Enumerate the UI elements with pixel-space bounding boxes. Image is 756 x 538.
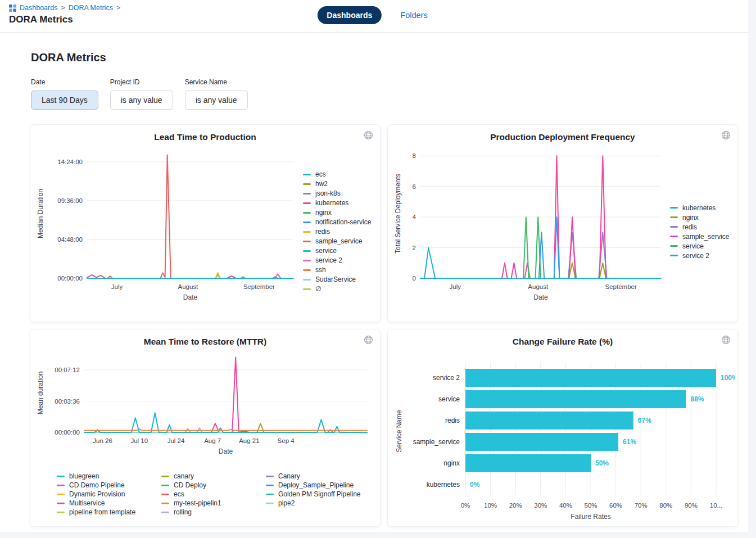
legend-item[interactable]: canary <box>161 472 266 481</box>
legend-swatch <box>670 216 678 218</box>
legend-item[interactable]: Deploy_Sample_Pipeline <box>266 481 380 490</box>
legend-item[interactable]: kubernetes <box>670 204 729 212</box>
legend-item[interactable]: pipe2 <box>266 499 380 508</box>
date-filter-button[interactable]: Last 90 Days <box>31 91 98 110</box>
legend-item[interactable]: SudarService <box>303 275 371 283</box>
svg-text:2: 2 <box>413 245 416 251</box>
deploy-freq-svg[interactable]: 02468JulyAugustSeptemberDateTotal Servic… <box>391 142 668 319</box>
legend-item[interactable]: Canary <box>266 472 380 481</box>
mttr-legend: bluegreenCD Demo PipelineDynamic Provisi… <box>57 472 380 517</box>
legend-item[interactable]: CD Demo Pipeline <box>57 481 161 490</box>
change-failure-rate-svg[interactable]: 0%10%20%30%40%50%60%70%80%90%10...servic… <box>391 347 735 522</box>
legend-item[interactable]: Dynamic Provision <box>57 490 161 499</box>
legend-label: service <box>315 247 337 255</box>
legend-label: ecs <box>315 170 326 178</box>
legend-item[interactable]: json-k8s <box>303 189 371 197</box>
dashboard-main: DORA Metrics Date Last 90 Days Project I… <box>0 51 748 527</box>
legend-label: service 2 <box>682 252 709 260</box>
legend-item[interactable]: pipeline from template <box>57 508 161 517</box>
lead-time-legend: ecshw2json-k8skubernetesnginxnotificatio… <box>301 170 371 293</box>
mttr-svg[interactable]: 00:00:0000:03:3600:07:12Jun 26Jul 10Jul … <box>34 347 375 463</box>
legend-item[interactable]: ecs <box>303 170 371 178</box>
breadcrumb-link-dora-metrics[interactable]: DORA Metrics <box>69 4 113 12</box>
globe-icon[interactable] <box>721 130 731 140</box>
legend-swatch <box>57 503 65 504</box>
legend-swatch <box>670 236 678 237</box>
svg-text:kubernetes: kubernetes <box>427 481 460 489</box>
breadcrumb-separator: > <box>116 4 120 12</box>
svg-text:4: 4 <box>413 214 417 220</box>
svg-text:90%: 90% <box>685 502 698 509</box>
legend-item[interactable]: service <box>670 242 729 250</box>
svg-text:Date: Date <box>183 293 198 301</box>
top-header: Dashboards > DORA Metrics > DORA Metrics… <box>0 0 748 33</box>
change-failure-rate-chart-canvas[interactable]: 0%10%20%30%40%50%60%70%80%90%10...servic… <box>391 347 737 525</box>
svg-text:00:00:00: 00:00:00 <box>55 429 80 436</box>
legend-item[interactable]: sample_service <box>670 233 729 241</box>
svg-text:70%: 70% <box>635 502 648 509</box>
lead-time-chart-canvas[interactable]: 00:00:0004:48:0009:36:0014:24:00JulyAugu… <box>34 142 301 321</box>
legend-label: Dynamic Provision <box>69 490 125 498</box>
mttr-chart-canvas[interactable]: 00:00:0000:03:3600:07:12Jun 26Jul 10Jul … <box>34 347 380 465</box>
lead-time-svg[interactable]: 00:00:0004:48:0009:36:0014:24:00JulyAugu… <box>34 142 301 319</box>
tile-title: Lead Time to Production <box>30 132 380 142</box>
legend-item[interactable]: redis <box>670 223 729 231</box>
tile-lead-time: Lead Time to Production 00:00:0004:48:00… <box>30 124 381 322</box>
filter-date: Date Last 90 Days <box>31 78 98 110</box>
legend-swatch <box>303 174 311 175</box>
legend-label: SudarService <box>315 275 356 283</box>
filter-bar: Date Last 90 Days Project ID is any valu… <box>31 78 748 110</box>
legend-item[interactable]: my-test-pipelin1 <box>161 499 266 508</box>
legend-item[interactable]: nginx <box>303 209 371 216</box>
deployment-frequency-chart-canvas[interactable]: 02468JulyAugustSeptemberDateTotal Servic… <box>391 142 668 321</box>
legend-item[interactable]: Golden PM Signoff Pipeline <box>266 490 380 499</box>
svg-text:0%: 0% <box>461 502 470 509</box>
legend-item[interactable]: kubernetes <box>303 199 371 207</box>
legend-label: my-test-pipelin1 <box>174 499 221 507</box>
tab-folders[interactable]: Folders <box>397 10 431 20</box>
tile-title: Change Failure Rate (%) <box>388 337 737 347</box>
service-name-filter-button[interactable]: is any value <box>185 91 248 110</box>
legend-item[interactable]: nginx <box>670 214 729 221</box>
legend-label: redis <box>682 223 697 231</box>
svg-text:Mean duration: Mean duration <box>37 372 44 415</box>
legend-item[interactable]: ∅ <box>303 285 371 293</box>
legend-item[interactable]: hw2 <box>303 180 371 188</box>
project-id-filter-button[interactable]: is any value <box>110 91 173 110</box>
legend-swatch <box>266 503 274 504</box>
legend-item[interactable]: service 2 <box>670 252 729 260</box>
svg-text:60%: 60% <box>609 502 622 509</box>
svg-text:sample_service: sample_service <box>413 438 460 446</box>
globe-icon[interactable] <box>364 130 373 140</box>
svg-text:Jun 26: Jun 26 <box>93 437 112 444</box>
legend-item[interactable]: notification-service <box>303 218 371 226</box>
legend-item[interactable]: redis <box>303 228 371 236</box>
legend-item[interactable]: CD Deploy <box>161 481 266 490</box>
legend-item[interactable]: rolling <box>161 508 266 517</box>
legend-swatch <box>303 202 311 204</box>
legend-item[interactable]: service 2 <box>303 256 371 264</box>
legend-item[interactable]: ecs <box>161 490 266 499</box>
tile-title: Mean Time to Restore (MTTR) <box>30 337 380 347</box>
globe-icon[interactable] <box>721 335 731 345</box>
breadcrumb-separator: > <box>61 4 65 12</box>
legend-label: redis <box>315 228 330 236</box>
legend-swatch <box>266 485 274 486</box>
legend-label: kubernetes <box>315 199 348 207</box>
legend-label: Multiservice <box>69 499 105 507</box>
dashboard-title: DORA Metrics <box>31 51 748 64</box>
legend-item[interactable]: ssh <box>303 266 371 274</box>
legend-item[interactable]: service <box>303 247 371 255</box>
legend-item[interactable]: bluegreen <box>57 472 161 481</box>
svg-text:10...: 10... <box>710 502 722 509</box>
globe-icon[interactable] <box>364 335 373 345</box>
breadcrumb-link-dashboards[interactable]: Dashboards <box>20 4 57 12</box>
tile-change-failure-rate: Change Failure Rate (%) 0%10%20%30%40%50… <box>387 329 738 527</box>
legend-item[interactable]: sample_service <box>303 237 371 245</box>
legend-item[interactable]: Multiservice <box>57 499 161 508</box>
tab-dashboards[interactable]: Dashboards <box>317 6 382 24</box>
legend-label: canary <box>174 472 194 480</box>
svg-text:50%: 50% <box>595 459 609 467</box>
tile-mttr: Mean Time to Restore (MTTR) 00:00:0000:0… <box>30 329 381 527</box>
legend-label: ∅ <box>315 285 321 293</box>
